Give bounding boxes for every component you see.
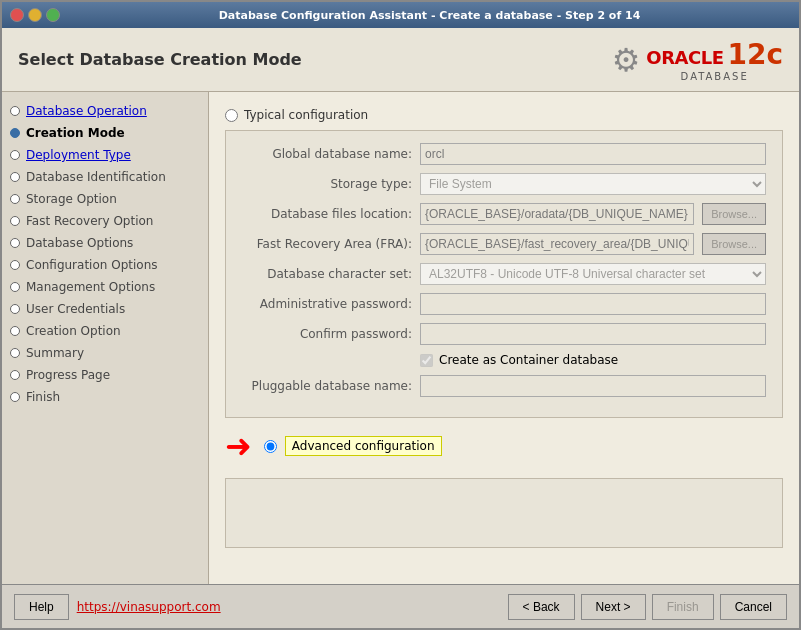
page-title: Select Database Creation Mode <box>18 50 302 69</box>
oracle-version: 12c <box>727 38 783 71</box>
sidebar-item-deployment-type[interactable]: Deployment Type <box>2 144 208 166</box>
pluggable-db-input[interactable] <box>420 375 766 397</box>
page-header: Select Database Creation Mode ⚙ ORACLE 1… <box>2 28 799 92</box>
confirm-password-row: Confirm password: <box>242 323 766 345</box>
sidebar-item-database-options[interactable]: Database Options <box>2 232 208 254</box>
admin-password-input[interactable] <box>420 293 766 315</box>
sidebar-item-database-operation[interactable]: Database Operation <box>2 100 208 122</box>
window-controls <box>10 8 60 22</box>
sidebar-bullet-configuration-options <box>10 260 20 270</box>
sidebar-item-progress-page[interactable]: Progress Page <box>2 364 208 386</box>
sidebar-bullet-deployment-type <box>10 150 20 160</box>
sidebar-item-fast-recovery[interactable]: Fast Recovery Option <box>2 210 208 232</box>
sidebar-item-user-credentials[interactable]: User Credentials <box>2 298 208 320</box>
sidebar: Database Operation Creation Mode Deploym… <box>2 92 209 584</box>
cancel-button[interactable]: Cancel <box>720 594 787 620</box>
back-button[interactable]: < Back <box>508 594 575 620</box>
help-button[interactable]: Help <box>14 594 69 620</box>
storage-type-select[interactable]: File System <box>420 173 766 195</box>
pluggable-db-label: Pluggable database name: <box>242 379 412 393</box>
footer: Help https://vinasupport.com < Back Next… <box>2 584 799 628</box>
sidebar-bullet-summary <box>10 348 20 358</box>
advanced-config-row: ➜ Advanced configuration <box>225 430 783 462</box>
fast-recovery-label: Fast Recovery Area (FRA): <box>242 237 412 251</box>
typical-config-row: Typical configuration <box>225 108 783 122</box>
oracle-logo: ⚙ ORACLE 12c DATABASE <box>612 38 783 82</box>
fast-recovery-row: Fast Recovery Area (FRA): Browse... <box>242 233 766 255</box>
advanced-radio[interactable] <box>264 440 277 453</box>
admin-password-label: Administrative password: <box>242 297 412 311</box>
sidebar-bullet-fast-recovery <box>10 216 20 226</box>
global-db-name-label: Global database name: <box>242 147 412 161</box>
storage-type-row: Storage type: File System <box>242 173 766 195</box>
sidebar-item-management-options[interactable]: Management Options <box>2 276 208 298</box>
sidebar-item-creation-mode[interactable]: Creation Mode <box>2 122 208 144</box>
global-db-name-row: Global database name: <box>242 143 766 165</box>
sidebar-item-creation-option[interactable]: Creation Option <box>2 320 208 342</box>
sidebar-bullet-finish <box>10 392 20 402</box>
db-files-location-row: Database files location: Browse... <box>242 203 766 225</box>
storage-type-label: Storage type: <box>242 177 412 191</box>
sidebar-bullet-storage-option <box>10 194 20 204</box>
close-button[interactable] <box>10 8 24 22</box>
window-title: Database Configuration Assistant - Creat… <box>68 9 791 22</box>
finish-button[interactable]: Finish <box>652 594 714 620</box>
browse-button-1[interactable]: Browse... <box>702 203 766 225</box>
global-db-name-input[interactable] <box>420 143 766 165</box>
browse-button-2[interactable]: Browse... <box>702 233 766 255</box>
db-files-location-input[interactable] <box>420 203 694 225</box>
oracle-branding: ORACLE 12c DATABASE <box>646 38 783 82</box>
typical-radio-label[interactable]: Typical configuration <box>244 108 368 122</box>
content-area: Database Operation Creation Mode Deploym… <box>2 92 799 584</box>
typical-radio[interactable] <box>225 109 238 122</box>
sidebar-item-storage-option[interactable]: Storage Option <box>2 188 208 210</box>
main-window: Database Configuration Assistant - Creat… <box>0 0 801 630</box>
fast-recovery-input[interactable] <box>420 233 694 255</box>
next-button[interactable]: Next > <box>581 594 646 620</box>
db-files-location-label: Database files location: <box>242 207 412 221</box>
main-content: Typical configuration Global database na… <box>209 92 799 584</box>
db-charset-label: Database character set: <box>242 267 412 281</box>
sidebar-bullet-user-credentials <box>10 304 20 314</box>
description-area <box>225 478 783 548</box>
sidebar-bullet-creation-option <box>10 326 20 336</box>
typical-section: Global database name: Storage type: File… <box>225 130 783 418</box>
gear-icon: ⚙ <box>612 41 641 79</box>
db-charset-select[interactable]: AL32UTF8 - Unicode UTF-8 Universal chara… <box>420 263 766 285</box>
create-container-row: Create as Container database <box>420 353 766 367</box>
maximize-button[interactable] <box>46 8 60 22</box>
sidebar-bullet-database-options <box>10 238 20 248</box>
sidebar-item-finish[interactable]: Finish <box>2 386 208 408</box>
pluggable-db-row: Pluggable database name: <box>242 375 766 397</box>
vinasupport-link[interactable]: https://vinasupport.com <box>77 600 221 614</box>
sidebar-bullet-database-operation <box>10 106 20 116</box>
sidebar-bullet-database-identification <box>10 172 20 182</box>
sidebar-item-database-identification[interactable]: Database Identification <box>2 166 208 188</box>
oracle-db-label: DATABASE <box>646 71 783 82</box>
oracle-text: ORACLE <box>646 47 723 68</box>
sidebar-bullet-management-options <box>10 282 20 292</box>
footer-left: Help https://vinasupport.com <box>14 594 221 620</box>
create-container-label[interactable]: Create as Container database <box>439 353 618 367</box>
footer-right: < Back Next > Finish Cancel <box>508 594 787 620</box>
sidebar-bullet-creation-mode <box>10 128 20 138</box>
sidebar-bullet-progress-page <box>10 370 20 380</box>
advanced-radio-label[interactable]: Advanced configuration <box>285 436 442 456</box>
admin-password-row: Administrative password: <box>242 293 766 315</box>
minimize-button[interactable] <box>28 8 42 22</box>
arrow-icon: ➜ <box>225 430 252 462</box>
sidebar-item-summary[interactable]: Summary <box>2 342 208 364</box>
confirm-password-input[interactable] <box>420 323 766 345</box>
confirm-password-label: Confirm password: <box>242 327 412 341</box>
sidebar-item-configuration-options[interactable]: Configuration Options <box>2 254 208 276</box>
titlebar: Database Configuration Assistant - Creat… <box>2 2 799 28</box>
db-charset-row: Database character set: AL32UTF8 - Unico… <box>242 263 766 285</box>
create-container-checkbox[interactable] <box>420 354 433 367</box>
